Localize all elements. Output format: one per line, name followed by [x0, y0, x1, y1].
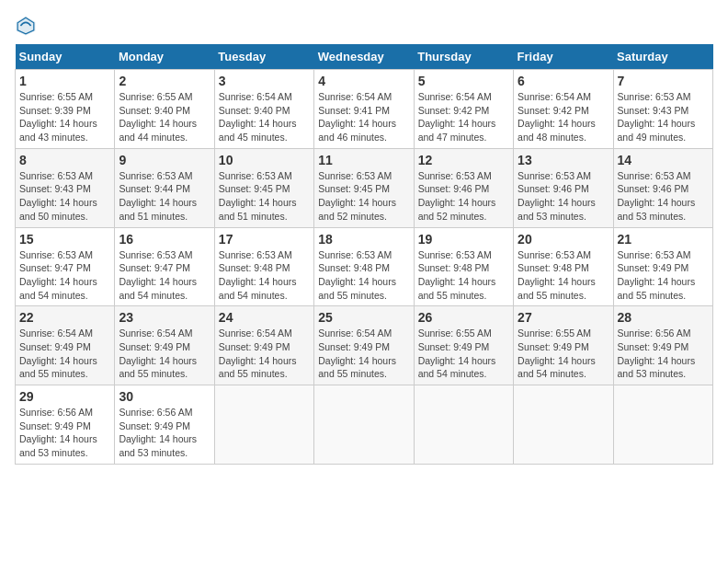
- header-tuesday: Tuesday: [214, 44, 313, 70]
- logo-icon: [15, 15, 37, 37]
- weekday-header-row: Sunday Monday Tuesday Wednesday Thursday…: [16, 44, 713, 70]
- day-info: Sunrise: 6:55 AMSunset: 9:49 PMDaylight:…: [518, 327, 609, 381]
- day-info: Sunrise: 6:53 AMSunset: 9:46 PMDaylight:…: [518, 169, 609, 224]
- logo: [15, 15, 40, 37]
- day-number: 5: [418, 74, 509, 88]
- day-info: Sunrise: 6:53 AMSunset: 9:43 PMDaylight:…: [19, 169, 110, 224]
- table-row: 9Sunrise: 6:53 AMSunset: 9:44 PMDaylight…: [115, 148, 214, 227]
- table-row: 24Sunrise: 6:54 AMSunset: 9:49 PMDayligh…: [214, 306, 313, 385]
- day-number: 10: [219, 153, 310, 167]
- table-row: 6Sunrise: 6:54 AMSunset: 9:42 PMDaylight…: [514, 70, 613, 149]
- day-number: 11: [318, 153, 409, 167]
- day-number: 23: [119, 310, 210, 325]
- day-number: 28: [618, 310, 709, 325]
- table-row: 8Sunrise: 6:53 AMSunset: 9:43 PMDaylight…: [16, 148, 115, 227]
- day-number: 18: [318, 232, 409, 247]
- day-number: 14: [618, 153, 709, 167]
- table-row: 7Sunrise: 6:53 AMSunset: 9:43 PMDaylight…: [613, 70, 712, 149]
- day-number: 22: [19, 310, 110, 325]
- day-number: 3: [219, 74, 310, 88]
- day-info: Sunrise: 6:54 AMSunset: 9:49 PMDaylight:…: [219, 327, 310, 381]
- svg-marker-0: [17, 17, 36, 36]
- day-number: 26: [418, 310, 509, 325]
- day-info: Sunrise: 6:53 AMSunset: 9:48 PMDaylight:…: [219, 248, 310, 303]
- day-info: Sunrise: 6:54 AMSunset: 9:41 PMDaylight:…: [318, 90, 409, 144]
- day-info: Sunrise: 6:53 AMSunset: 9:48 PMDaylight:…: [318, 248, 409, 303]
- day-number: 17: [219, 232, 310, 247]
- header-wednesday: Wednesday: [314, 44, 414, 70]
- table-row: 1Sunrise: 6:55 AMSunset: 9:39 PMDaylight…: [16, 70, 115, 149]
- day-info: Sunrise: 6:56 AMSunset: 9:49 PMDaylight:…: [119, 406, 210, 460]
- table-row: [414, 385, 513, 465]
- table-row: 3Sunrise: 6:54 AMSunset: 9:40 PMDaylight…: [214, 70, 313, 149]
- day-number: 21: [618, 232, 709, 247]
- day-info: Sunrise: 6:54 AMSunset: 9:42 PMDaylight:…: [418, 90, 509, 144]
- calendar-week-5: 29Sunrise: 6:56 AMSunset: 9:49 PMDayligh…: [16, 385, 713, 465]
- table-row: 2Sunrise: 6:55 AMSunset: 9:40 PMDaylight…: [115, 70, 214, 149]
- calendar-week-2: 8Sunrise: 6:53 AMSunset: 9:43 PMDaylight…: [16, 148, 713, 227]
- day-info: Sunrise: 6:55 AMSunset: 9:49 PMDaylight:…: [418, 327, 509, 381]
- calendar-week-3: 15Sunrise: 6:53 AMSunset: 9:47 PMDayligh…: [16, 227, 713, 306]
- table-row: 13Sunrise: 6:53 AMSunset: 9:46 PMDayligh…: [514, 148, 613, 227]
- day-info: Sunrise: 6:53 AMSunset: 9:48 PMDaylight:…: [418, 248, 509, 303]
- table-row: 22Sunrise: 6:54 AMSunset: 9:49 PMDayligh…: [16, 306, 115, 385]
- day-number: 15: [19, 232, 110, 247]
- day-number: 29: [19, 389, 110, 404]
- day-info: Sunrise: 6:55 AMSunset: 9:39 PMDaylight:…: [19, 90, 110, 144]
- day-info: Sunrise: 6:53 AMSunset: 9:44 PMDaylight:…: [119, 169, 210, 224]
- day-info: Sunrise: 6:53 AMSunset: 9:45 PMDaylight:…: [219, 169, 310, 224]
- day-number: 20: [518, 232, 609, 247]
- calendar-week-1: 1Sunrise: 6:55 AMSunset: 9:39 PMDaylight…: [16, 70, 713, 149]
- table-row: 25Sunrise: 6:54 AMSunset: 9:49 PMDayligh…: [314, 306, 414, 385]
- day-number: 9: [119, 153, 210, 167]
- table-row: 14Sunrise: 6:53 AMSunset: 9:46 PMDayligh…: [613, 148, 712, 227]
- day-info: Sunrise: 6:54 AMSunset: 9:42 PMDaylight:…: [518, 90, 609, 144]
- table-row: 11Sunrise: 6:53 AMSunset: 9:45 PMDayligh…: [314, 148, 414, 227]
- day-info: Sunrise: 6:54 AMSunset: 9:40 PMDaylight:…: [219, 90, 310, 144]
- header-monday: Monday: [115, 44, 214, 70]
- table-row: [613, 385, 712, 465]
- day-number: 2: [119, 74, 210, 88]
- table-row: 29Sunrise: 6:56 AMSunset: 9:49 PMDayligh…: [16, 385, 115, 465]
- header-saturday: Saturday: [613, 44, 712, 70]
- table-row: 15Sunrise: 6:53 AMSunset: 9:47 PMDayligh…: [16, 227, 115, 306]
- day-number: 19: [418, 232, 509, 247]
- day-info: Sunrise: 6:53 AMSunset: 9:47 PMDaylight:…: [19, 248, 110, 303]
- header: [15, 15, 713, 37]
- day-info: Sunrise: 6:53 AMSunset: 9:47 PMDaylight:…: [119, 248, 210, 303]
- table-row: 17Sunrise: 6:53 AMSunset: 9:48 PMDayligh…: [214, 227, 313, 306]
- table-row: [514, 385, 613, 465]
- table-row: [314, 385, 414, 465]
- table-row: 16Sunrise: 6:53 AMSunset: 9:47 PMDayligh…: [115, 227, 214, 306]
- day-info: Sunrise: 6:55 AMSunset: 9:40 PMDaylight:…: [119, 90, 210, 144]
- day-number: 27: [518, 310, 609, 325]
- day-number: 24: [219, 310, 310, 325]
- day-number: 12: [418, 153, 509, 167]
- header-friday: Friday: [514, 44, 613, 70]
- day-number: 6: [518, 74, 609, 88]
- day-info: Sunrise: 6:56 AMSunset: 9:49 PMDaylight:…: [618, 327, 709, 381]
- header-sunday: Sunday: [16, 44, 115, 70]
- day-info: Sunrise: 6:54 AMSunset: 9:49 PMDaylight:…: [119, 327, 210, 381]
- day-info: Sunrise: 6:53 AMSunset: 9:48 PMDaylight:…: [518, 248, 609, 303]
- day-info: Sunrise: 6:53 AMSunset: 9:46 PMDaylight:…: [618, 169, 709, 224]
- day-info: Sunrise: 6:53 AMSunset: 9:49 PMDaylight:…: [618, 248, 709, 303]
- table-row: 30Sunrise: 6:56 AMSunset: 9:49 PMDayligh…: [115, 385, 214, 465]
- day-number: 7: [618, 74, 709, 88]
- table-row: [214, 385, 313, 465]
- day-info: Sunrise: 6:54 AMSunset: 9:49 PMDaylight:…: [318, 327, 409, 381]
- table-row: 21Sunrise: 6:53 AMSunset: 9:49 PMDayligh…: [613, 227, 712, 306]
- header-thursday: Thursday: [414, 44, 513, 70]
- table-row: 10Sunrise: 6:53 AMSunset: 9:45 PMDayligh…: [214, 148, 313, 227]
- calendar-table: Sunday Monday Tuesday Wednesday Thursday…: [15, 44, 713, 465]
- day-number: 4: [318, 74, 409, 88]
- day-number: 13: [518, 153, 609, 167]
- table-row: 28Sunrise: 6:56 AMSunset: 9:49 PMDayligh…: [613, 306, 712, 385]
- table-row: 26Sunrise: 6:55 AMSunset: 9:49 PMDayligh…: [414, 306, 513, 385]
- table-row: 4Sunrise: 6:54 AMSunset: 9:41 PMDaylight…: [314, 70, 414, 149]
- table-row: 12Sunrise: 6:53 AMSunset: 9:46 PMDayligh…: [414, 148, 513, 227]
- day-info: Sunrise: 6:53 AMSunset: 9:45 PMDaylight:…: [318, 169, 409, 224]
- table-row: 20Sunrise: 6:53 AMSunset: 9:48 PMDayligh…: [514, 227, 613, 306]
- table-row: 27Sunrise: 6:55 AMSunset: 9:49 PMDayligh…: [514, 306, 613, 385]
- table-row: 5Sunrise: 6:54 AMSunset: 9:42 PMDaylight…: [414, 70, 513, 149]
